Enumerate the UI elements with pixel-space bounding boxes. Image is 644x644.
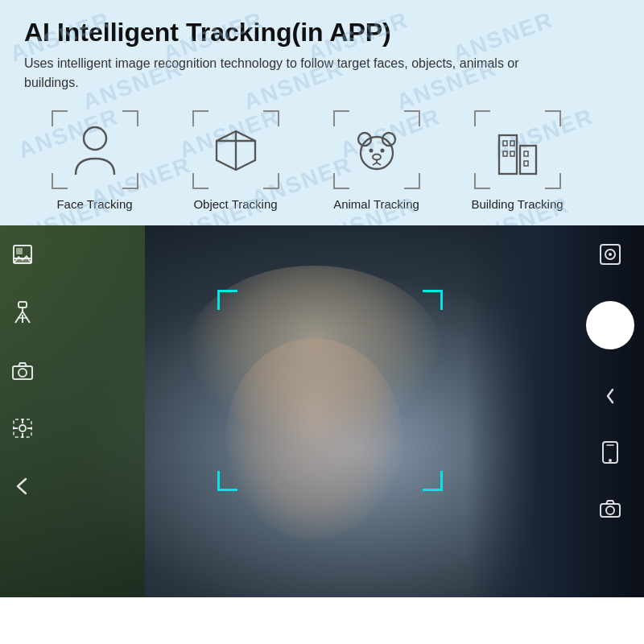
icon-inner-object bbox=[192, 110, 279, 189]
icon-border-building bbox=[474, 110, 561, 189]
svg-rect-17 bbox=[503, 151, 507, 156]
svg-rect-18 bbox=[510, 151, 514, 156]
icon-inner-building bbox=[474, 110, 561, 189]
icon-inner-face bbox=[52, 110, 138, 189]
svg-line-11 bbox=[373, 163, 377, 165]
object-tracking-label: Object Tracking bbox=[193, 197, 277, 211]
left-sidebar bbox=[10, 242, 35, 499]
icon-border-object bbox=[192, 110, 279, 189]
svg-point-33 bbox=[19, 425, 26, 431]
phone-icon[interactable] bbox=[597, 440, 623, 465]
svg-rect-20 bbox=[524, 161, 528, 166]
svg-rect-14 bbox=[520, 146, 536, 174]
building-icon bbox=[493, 123, 543, 176]
back-icon[interactable] bbox=[10, 473, 35, 499]
svg-point-9 bbox=[373, 154, 381, 159]
tracking-icons-row: Face Tracking Object Tracking bbox=[24, 110, 620, 211]
animal-icon bbox=[352, 125, 402, 175]
subtitle: Uses intelligent image recognition techn… bbox=[24, 54, 572, 93]
box-icon bbox=[211, 125, 261, 175]
svg-point-31 bbox=[19, 369, 27, 377]
svg-rect-15 bbox=[503, 141, 507, 146]
svg-rect-16 bbox=[510, 141, 514, 146]
tracking-item-building: Building Tracking bbox=[447, 110, 588, 211]
tripod-icon[interactable] bbox=[10, 299, 35, 325]
svg-rect-22 bbox=[16, 248, 23, 254]
tracking-corner-br bbox=[423, 471, 443, 491]
main-title: AI Intelligent Tracking(in APP) bbox=[24, 18, 620, 47]
svg-point-4 bbox=[361, 137, 393, 169]
tracking-rectangle bbox=[217, 290, 443, 491]
bottom-camera-icon[interactable] bbox=[597, 496, 623, 522]
icon-border-face bbox=[52, 110, 138, 189]
svg-point-7 bbox=[369, 148, 373, 152]
tracking-item-object: Object Tracking bbox=[165, 110, 306, 211]
person-icon bbox=[72, 122, 118, 177]
focus-icon[interactable] bbox=[10, 415, 35, 441]
svg-point-42 bbox=[609, 459, 612, 462]
tracking-corner-tr bbox=[423, 290, 443, 310]
tracking-corner-tl bbox=[217, 290, 237, 310]
camera-view bbox=[0, 225, 644, 597]
top-section: ANSNER ANSNER ANSNER ANSNER ANSNER ANSNE… bbox=[0, 0, 644, 225]
camera-icon[interactable] bbox=[10, 357, 35, 383]
chevron-left-icon[interactable] bbox=[597, 383, 623, 409]
svg-line-26 bbox=[15, 312, 23, 323]
tracking-corner-bl bbox=[217, 471, 237, 491]
svg-point-0 bbox=[84, 127, 106, 150]
svg-point-8 bbox=[380, 148, 384, 152]
gallery-icon[interactable] bbox=[10, 242, 35, 267]
svg-line-27 bbox=[23, 312, 30, 323]
icon-border-animal bbox=[333, 110, 420, 189]
tracking-item-face: Face Tracking bbox=[24, 110, 165, 211]
icon-inner-animal bbox=[333, 110, 420, 189]
svg-line-12 bbox=[377, 163, 381, 165]
svg-point-45 bbox=[606, 506, 614, 514]
shutter-button[interactable] bbox=[586, 301, 634, 349]
svg-point-40 bbox=[609, 253, 612, 256]
right-sidebar bbox=[586, 242, 634, 522]
building-tracking-label: Building Tracking bbox=[471, 197, 563, 211]
animal-tracking-label: Animal Tracking bbox=[333, 197, 419, 211]
tracking-item-animal: Animal Tracking bbox=[306, 110, 447, 211]
svg-rect-24 bbox=[19, 302, 27, 308]
face-tracking-label: Face Tracking bbox=[56, 197, 132, 211]
tracking-mode-icon[interactable] bbox=[597, 242, 623, 267]
svg-rect-19 bbox=[524, 151, 528, 156]
